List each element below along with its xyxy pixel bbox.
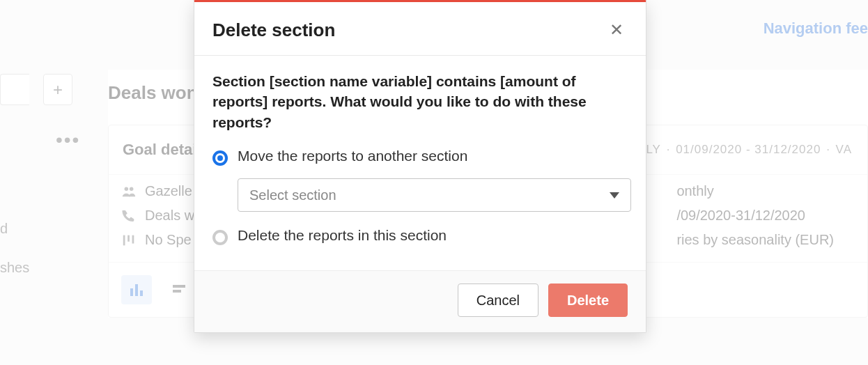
- modal-container: Delete section ✕ Section [section name v…: [0, 0, 868, 365]
- option-move-reports[interactable]: Move the reports to another section: [212, 148, 628, 166]
- section-select[interactable]: Select section: [238, 178, 631, 212]
- radio-delete[interactable]: [212, 230, 228, 245]
- option-label: Delete the reports in this section: [238, 227, 447, 244]
- radio-move[interactable]: [212, 150, 228, 166]
- option-delete-reports[interactable]: Delete the reports in this section: [212, 227, 628, 245]
- modal-header: Delete section ✕: [194, 2, 646, 56]
- modal-title: Delete section: [212, 20, 335, 41]
- close-icon[interactable]: ✕: [605, 17, 628, 42]
- modal-body: Section [section name variable] contains…: [194, 56, 646, 270]
- delete-button[interactable]: Delete: [548, 284, 628, 317]
- delete-section-modal: Delete section ✕ Section [section name v…: [194, 0, 646, 333]
- select-placeholder: Select section: [249, 187, 336, 203]
- chevron-down-icon: [610, 192, 619, 199]
- modal-message: Section [section name variable] contains…: [212, 71, 628, 132]
- option-label: Move the reports to another section: [238, 148, 467, 164]
- modal-footer: Cancel Delete: [194, 270, 646, 332]
- cancel-button[interactable]: Cancel: [458, 284, 538, 317]
